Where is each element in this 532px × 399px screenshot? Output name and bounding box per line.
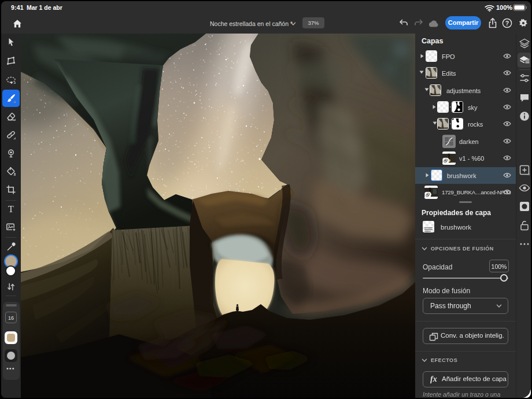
svg-text:?: ? (505, 20, 509, 27)
svg-text:T: T (8, 204, 14, 214)
